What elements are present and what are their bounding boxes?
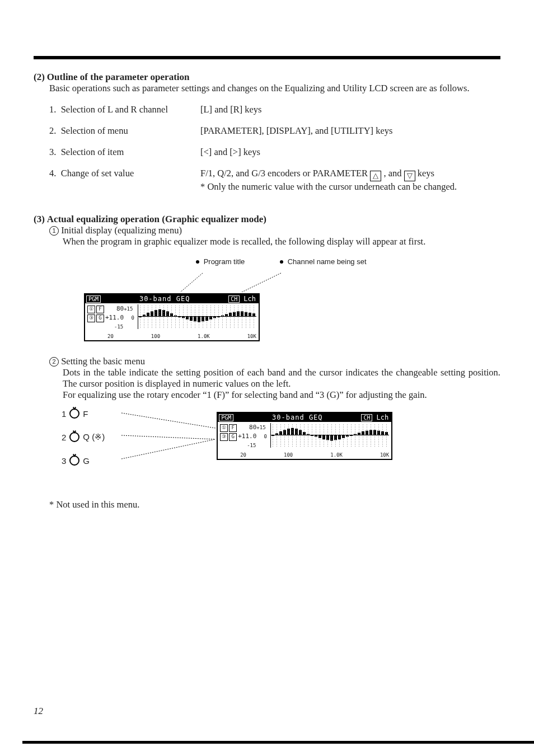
y-mid: 0 <box>131 315 134 321</box>
svg-line-62 <box>121 413 216 428</box>
svg-rect-2 <box>139 317 142 317</box>
enc-num: 3 <box>62 456 66 466</box>
lcd-left-readout: ①F 80+15 ③G+11.0 0 -15 <box>220 423 267 450</box>
encoder-1-icon: ① <box>87 306 95 313</box>
param-row-1: 1. Selection of L and R channel [L] and … <box>49 104 500 115</box>
lcd-body: ①F 80+15 ③G+11.0 0 -15 <box>218 422 391 452</box>
triangle-up-icon: △ <box>370 171 381 181</box>
sec-3-title: Actual equalizing operation (Graphic equ… <box>47 214 266 224</box>
row-desc: [L] and [R] keys <box>200 104 500 115</box>
text: , and <box>383 168 404 179</box>
page-number: 12 <box>34 706 43 717</box>
lcd-body: ①F 80+15 ③G+11.0 0 -15 <box>85 303 259 334</box>
note: * Only the numeric value with the cursor… <box>200 181 457 192</box>
encoder-row: 3 G <box>62 456 105 466</box>
footnote: * Not used in this menu. <box>49 499 500 510</box>
svg-rect-60 <box>252 313 255 317</box>
triangle-down-icon: ▽ <box>404 171 415 181</box>
text: F/1, Q/2, and G/3 encoders or PARAMETER <box>200 168 370 179</box>
enc-num: 1 <box>62 409 66 419</box>
param-row-3: 3. Selection of item [<] and [>] keys <box>49 147 500 158</box>
enc-sym: G <box>83 456 90 466</box>
geq-bars <box>138 304 256 329</box>
x-ticks: 20 100 1.0K 10K <box>85 334 259 340</box>
svg-line-1 <box>240 273 281 292</box>
pgm-tag: PGM <box>86 295 101 303</box>
sec-3-num: (3) <box>34 214 45 224</box>
geq-bars <box>271 423 388 448</box>
ch-tag: CH <box>228 295 240 303</box>
encoder-3-icon: ③ <box>87 314 95 322</box>
enc-sym: Q (※) <box>83 432 105 442</box>
step-2-body-a: Dots in the table indicate the setting p… <box>63 367 500 389</box>
y-top: +15 <box>256 425 265 430</box>
bottom-rule <box>22 741 534 744</box>
knob-icon <box>69 456 79 466</box>
row-label: Change of set value <box>61 168 134 179</box>
ch-name: Lch <box>242 295 257 303</box>
encoder-3-icon: ③ <box>220 433 228 441</box>
ch-name: Lch <box>374 414 390 421</box>
x-ticks: 20 100 1.0K 10K <box>218 452 391 459</box>
svg-rect-18 <box>170 313 173 317</box>
row-label: Selection of L and R channel <box>61 104 168 115</box>
lcd-screen: PGM 30-band GEQ CH Lch ①F 80+15 ③G+11.0 … <box>84 293 260 341</box>
tick: 1.0K <box>198 334 210 339</box>
param-row-2: 2. Selection of menu [PARAMETER], [DISPL… <box>49 125 500 137</box>
step-2-head: 2 Setting the basic menu <box>49 356 500 367</box>
encoder-3-label: G <box>96 314 104 322</box>
section-2-heading: (2) Outline of the parameter operation <box>34 72 500 83</box>
row-label: Selection of menu <box>61 125 128 136</box>
encoder-row: 1 F <box>62 408 105 419</box>
svg-rect-42 <box>217 317 220 317</box>
tick: 20 <box>107 334 114 339</box>
circled-number-icon: 2 <box>49 357 59 367</box>
step-title: Initial display (equalizing menu) <box>61 225 182 236</box>
leader-lines <box>105 408 217 476</box>
lcd-title: 30-band GEQ <box>103 295 226 303</box>
row-num: 2. <box>49 125 56 136</box>
lcd-title: 30-band GEQ <box>236 414 359 421</box>
callout-label: Program title <box>204 257 245 266</box>
svg-rect-85 <box>311 435 313 436</box>
y-bot: -15 <box>247 443 256 448</box>
lcd-figure-1: Program title Channel name being set PGM… <box>84 257 500 341</box>
freq-value: 80 <box>116 305 124 312</box>
enc-sym: F <box>83 409 88 419</box>
tick: 10K <box>380 452 389 458</box>
tick: 1.0K <box>330 452 343 458</box>
circled-number-icon: 1 <box>49 226 59 236</box>
leader-lines <box>84 270 341 292</box>
encoder-1-label: F <box>229 424 237 432</box>
knob-icon <box>69 408 79 419</box>
section-3-heading: (3) Actual equalizing operation (Graphic… <box>34 214 500 225</box>
lcd-screen: PGM 30-band GEQ CH Lch ①F 80+15 ③G+11.0 … <box>217 412 392 460</box>
geq-graph <box>270 423 389 448</box>
page: (2) Outline of the parameter operation B… <box>0 0 534 756</box>
row-num: 3. <box>49 147 56 157</box>
step-2-body-b: For equalizing use the rotary encoder “1… <box>63 389 500 401</box>
encoder-row: 2 Q (※) <box>62 432 105 442</box>
y-bot: -15 <box>114 324 123 330</box>
y-top: +15 <box>124 306 133 312</box>
svg-rect-22 <box>178 317 181 317</box>
encoder-list: 1 F 2 Q (※) 3 G <box>62 408 105 479</box>
callout-label: Channel name being set <box>288 257 367 266</box>
top-rule <box>34 56 500 59</box>
tick: 10K <box>247 334 256 339</box>
figure-2: 1 F 2 Q (※) 3 G PGM 30-band GEQ <box>34 408 500 479</box>
encoder-3-label: G <box>229 433 237 441</box>
row-num: 4. <box>49 168 56 179</box>
freq-value: 80 <box>249 424 256 431</box>
svg-line-63 <box>121 435 216 439</box>
text: keys <box>418 168 434 179</box>
svg-rect-105 <box>350 435 353 436</box>
enc-num: 2 <box>62 433 66 442</box>
svg-line-0 <box>179 273 203 292</box>
row-num: 1. <box>49 104 56 115</box>
gain-value: +11.0 <box>238 433 256 440</box>
lcd-left-readout: ①F 80+15 ③G+11.0 0 -15 <box>87 304 134 331</box>
param-row-4: 4. Change of set value F/1, Q/2, and G/3… <box>49 168 500 192</box>
row-desc: [<] and [>] keys <box>200 147 500 158</box>
row-label: Selection of item <box>61 147 124 157</box>
